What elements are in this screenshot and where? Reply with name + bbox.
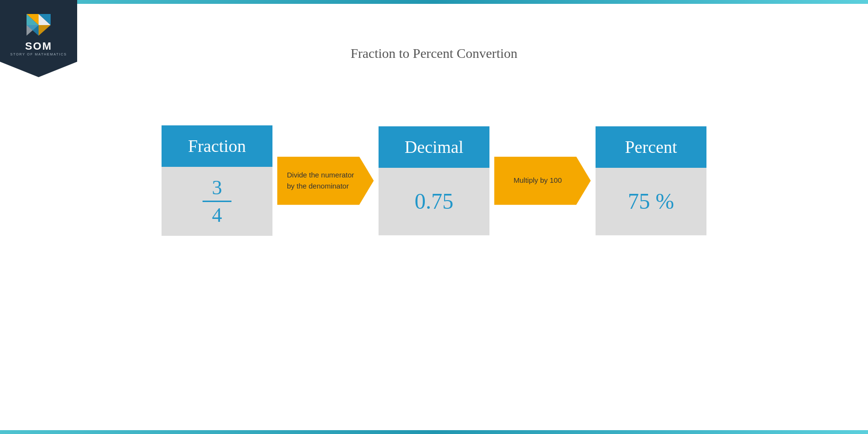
decimal-header: Decimal xyxy=(379,126,489,168)
fraction-denominator: 4 xyxy=(212,204,222,226)
arrow-1-body: Divide the numerator by the denominator xyxy=(277,157,374,205)
logo-area: SOM STORY OF MATHEMATICS xyxy=(0,0,77,77)
decimal-value-area: 0.75 xyxy=(379,168,489,235)
arrow-2-label: Multiply by 100 xyxy=(514,175,562,186)
arrow-2-body: Multiply by 100 xyxy=(494,157,591,205)
fraction-numerator: 3 xyxy=(212,176,222,199)
main-content: Fraction 3 4 Divide the numerator by the… xyxy=(0,125,868,236)
fraction-header: Fraction xyxy=(162,125,272,167)
percent-value: 75 % xyxy=(628,189,674,214)
arrow-1: Divide the numerator by the denominator xyxy=(277,157,374,205)
page-title: Fraction to Percent Convertion xyxy=(0,46,868,61)
decimal-box: Decimal 0.75 xyxy=(379,126,489,235)
decimal-value: 0.75 xyxy=(415,189,454,214)
percent-box: Percent 75 % xyxy=(596,126,706,235)
percent-header: Percent xyxy=(596,126,706,168)
fraction-display: 3 4 xyxy=(203,176,231,226)
fraction-value-area: 3 4 xyxy=(162,167,272,236)
bottom-line xyxy=(0,430,868,434)
arrow-2: Multiply by 100 xyxy=(494,157,591,205)
arrow-1-label: Divide the numerator by the denominator xyxy=(287,170,354,191)
percent-value-area: 75 % xyxy=(596,168,706,235)
fraction-box: Fraction 3 4 xyxy=(162,125,272,236)
top-line xyxy=(0,0,868,4)
fraction-line xyxy=(203,201,231,202)
logo-icon xyxy=(24,12,53,38)
